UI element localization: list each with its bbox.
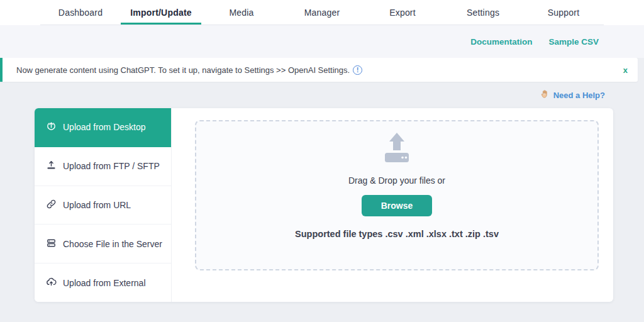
tab-dashboard[interactable]: Dashboard (40, 0, 121, 25)
link-icon (46, 199, 57, 211)
raised-hand-icon (540, 89, 550, 101)
sample-csv-link[interactable]: Sample CSV (548, 37, 599, 47)
help-row: Need a Help? (0, 89, 644, 101)
upload-circle-icon (46, 121, 57, 133)
tab-settings[interactable]: Settings (443, 0, 523, 25)
browse-button[interactable]: Browse (362, 195, 433, 216)
tab-support[interactable]: Support (523, 0, 604, 25)
supported-file-types-text: Supported file types .csv .xml .xlsx .tx… (295, 229, 499, 239)
main-content: Need a Help? Upload from Desktop (0, 82, 644, 322)
tab-manager[interactable]: Manager (282, 0, 362, 25)
sidebar-item-upload-desktop[interactable]: Upload from Desktop (35, 108, 171, 147)
subheader-links: Documentation Sample CSV (0, 25, 644, 58)
chatgpt-notice-banner: Now generate content using ChatGPT. To s… (0, 58, 638, 82)
notice-text: Now generate content using ChatGPT. To s… (16, 65, 350, 75)
cloud-upload-icon (46, 277, 57, 289)
sidebar-item-upload-external[interactable]: Upload from External (35, 264, 171, 302)
tab-media[interactable]: Media (201, 0, 282, 25)
sidebar-item-upload-ftp[interactable]: Upload from FTP / SFTP (35, 147, 171, 186)
upload-card: Upload from Desktop Upload from FTP / SF… (35, 108, 613, 302)
info-icon: ! (353, 65, 362, 75)
top-nav: Dashboard Import/Update Media Manager Ex… (0, 0, 644, 25)
tab-export[interactable]: Export (362, 0, 443, 25)
upload-pane: Drag & Drop your files or Browse Support… (172, 108, 613, 302)
sidebar-item-label: Upload from External (63, 278, 146, 288)
sidebar-item-upload-url[interactable]: Upload from URL (35, 186, 171, 225)
sidebar-item-label: Upload from Desktop (63, 122, 146, 132)
upload-drive-icon (376, 131, 418, 169)
sidebar-item-label: Upload from FTP / SFTP (63, 161, 160, 171)
sidebar-item-label: Upload from URL (63, 200, 131, 210)
sidebar-item-label: Choose File in the Server (63, 239, 162, 249)
need-help-link[interactable]: Need a Help? (553, 91, 605, 100)
server-icon (46, 238, 57, 250)
upload-method-sidebar: Upload from Desktop Upload from FTP / SF… (35, 108, 172, 302)
sidebar-item-choose-server-file[interactable]: Choose File in the Server (35, 225, 171, 264)
documentation-link[interactable]: Documentation (470, 37, 532, 47)
upload-tray-icon (46, 160, 57, 172)
drag-drop-text: Drag & Drop your files or (348, 175, 445, 186)
tab-import-update[interactable]: Import/Update (121, 0, 201, 25)
dropzone[interactable]: Drag & Drop your files or Browse Support… (195, 120, 599, 270)
close-icon[interactable]: x (623, 66, 628, 74)
nav-tabs: Dashboard Import/Update Media Manager Ex… (40, 0, 604, 25)
